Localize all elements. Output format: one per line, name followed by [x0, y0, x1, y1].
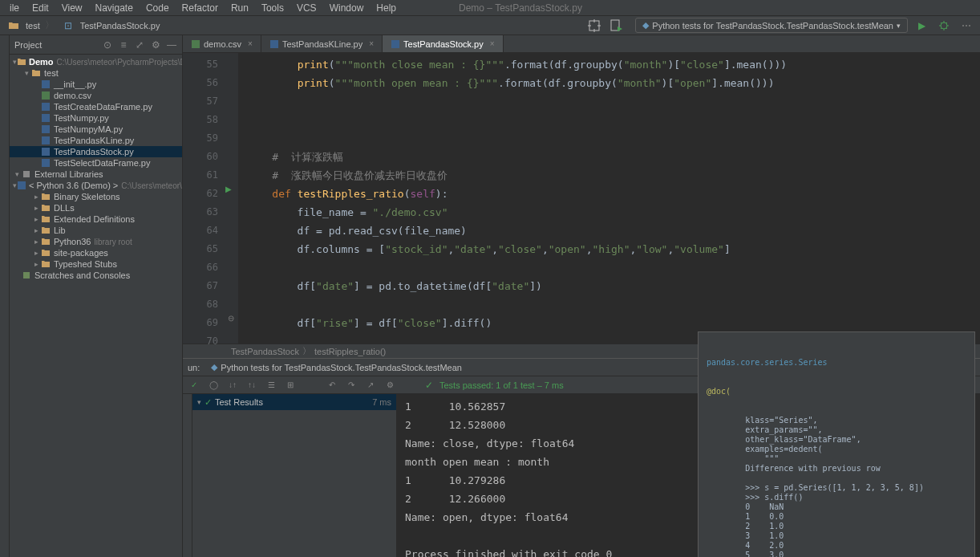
- settings-icon[interactable]: ⚙: [383, 379, 396, 392]
- gear-icon[interactable]: ⚙: [150, 39, 161, 51]
- tree-row[interactable]: TestPandasStock.py: [10, 146, 182, 157]
- tree-row[interactable]: TestPandasKLine.py: [10, 135, 182, 146]
- tree-arrow-icon[interactable]: [32, 226, 40, 234]
- editor-area: demo.csv×TestPandasKLine.py×TestPandasSt…: [183, 35, 980, 557]
- test-results-root[interactable]: ▾ ✓ Test Results 7 ms: [192, 394, 396, 410]
- tree-row[interactable]: test: [10, 67, 182, 79]
- menu-tools[interactable]: Tools: [255, 2, 290, 14]
- export-icon[interactable]: ↗: [364, 379, 377, 392]
- py-icon: [40, 124, 51, 135]
- tree-label: < Python 3.6 (Demo) >: [29, 181, 118, 190]
- tree-row[interactable]: < Python 3.6 (Demo) >C:\Users\meteor\App…: [10, 180, 182, 191]
- tree-arrow-icon[interactable]: [32, 260, 40, 268]
- target-icon[interactable]: [585, 17, 603, 35]
- tree-row[interactable]: demo.csv: [10, 90, 182, 101]
- breadcrumb-class[interactable]: TestPandasStock: [231, 347, 299, 356]
- editor-tab[interactable]: demo.csv×: [183, 35, 261, 52]
- tree-row[interactable]: site-packages: [10, 247, 182, 258]
- menu-edit[interactable]: Edit: [26, 2, 55, 14]
- debug-button[interactable]: [935, 17, 953, 35]
- run-file-icon[interactable]: [608, 17, 626, 35]
- py-icon: [40, 135, 51, 146]
- filter-icon[interactable]: ☰: [265, 379, 277, 392]
- tree-arrow-icon[interactable]: [32, 215, 40, 223]
- doc-decorator: @doc(: [707, 387, 966, 396]
- expand-icon[interactable]: ⤢: [134, 39, 145, 51]
- py-icon: [40, 101, 51, 112]
- tree-row[interactable]: TestNumpy.py: [10, 112, 182, 124]
- tree-arrow-icon[interactable]: [32, 238, 40, 246]
- folder-icon: [40, 236, 51, 247]
- tree-row[interactable]: Binary Skeletons: [10, 191, 182, 202]
- menu-run[interactable]: Run: [225, 2, 255, 14]
- check-icon: ✓: [205, 397, 212, 408]
- tree-arrow-icon[interactable]: [32, 193, 40, 201]
- check-icon[interactable]: ✓: [188, 379, 200, 392]
- menu-file[interactable]: ile: [3, 2, 26, 14]
- fold-gutter-icon[interactable]: ⊖: [228, 314, 234, 323]
- doc-class-link[interactable]: pandas.core.series.Series: [707, 358, 828, 367]
- tree-row[interactable]: TestCreateDataFrame.py: [10, 101, 182, 112]
- close-icon[interactable]: ×: [369, 39, 374, 48]
- marker-gutter[interactable]: ▶⊖: [223, 53, 239, 344]
- locate-icon[interactable]: ⊙: [102, 39, 113, 51]
- documentation-popup[interactable]: pandas.core.series.Series @doc( klass="S…: [698, 331, 975, 557]
- svg-rect-9: [42, 148, 50, 156]
- close-icon[interactable]: ×: [490, 39, 495, 48]
- check-icon: ✓: [425, 380, 433, 391]
- tree-arrow-icon[interactable]: [22, 69, 30, 77]
- tab-label: TestPandasStock.py: [403, 39, 484, 49]
- editor-tab[interactable]: TestPandasStock.py×: [383, 35, 504, 52]
- close-icon[interactable]: ×: [248, 39, 253, 48]
- tree-row[interactable]: DemoC:\Users\meteor\PycharmProjects\Demo: [10, 56, 182, 67]
- more-actions-icon[interactable]: ⋯: [958, 17, 975, 35]
- tree-row[interactable]: TestNumpyMA.py: [10, 124, 182, 135]
- tree-row[interactable]: Typeshed Stubs: [10, 258, 182, 270]
- expand-tree-icon[interactable]: ⊞: [284, 379, 297, 392]
- tree-arrow-icon[interactable]: [13, 170, 21, 178]
- tree-row[interactable]: Lib: [10, 225, 182, 236]
- tree-arrow-icon[interactable]: [32, 249, 40, 257]
- python-icon: ◆: [211, 362, 217, 372]
- run-tab[interactable]: ◆ Python tests for TestPandasStock.TestP…: [205, 362, 468, 372]
- prev-icon[interactable]: ↶: [326, 379, 338, 392]
- next-icon[interactable]: ↷: [345, 379, 358, 392]
- menu-refactor[interactable]: Refactor: [176, 2, 225, 14]
- tree-row[interactable]: __init__.py: [10, 79, 182, 90]
- tree-row[interactable]: DLLs: [10, 202, 182, 213]
- tab-label: TestPandasKLine.py: [282, 39, 362, 49]
- menu-navigate[interactable]: Navigate: [89, 2, 140, 14]
- folder-icon: [5, 17, 22, 35]
- sort-up-icon[interactable]: ↑↓: [245, 379, 258, 392]
- lib-icon: [21, 169, 32, 180]
- collapse-icon[interactable]: ≡: [118, 39, 129, 51]
- crumb-file[interactable]: TestPandasStock.py: [80, 21, 160, 30]
- test-results-tree[interactable]: ▾ ✓ Test Results 7 ms: [192, 394, 397, 557]
- tree-row[interactable]: Python36library root: [10, 236, 182, 247]
- editor-tab[interactable]: TestPandasKLine.py×: [261, 35, 383, 52]
- menu-view[interactable]: View: [55, 2, 89, 14]
- menu-code[interactable]: Code: [140, 2, 176, 14]
- breadcrumb-method[interactable]: testRipples_ratio(): [314, 347, 386, 356]
- menu-window[interactable]: Window: [323, 2, 371, 14]
- tree-row[interactable]: TestSelectDataFrame.py: [10, 157, 182, 169]
- run-button[interactable]: ▶: [913, 17, 930, 35]
- tree-label: Scratches and Consoles: [34, 270, 130, 280]
- menu-vcs[interactable]: VCS: [290, 2, 323, 14]
- menu-help[interactable]: Help: [370, 2, 403, 14]
- tree-row[interactable]: External Libraries: [10, 169, 182, 180]
- svg-rect-7: [42, 125, 50, 133]
- circle-icon[interactable]: ◯: [207, 379, 220, 392]
- crumb-test[interactable]: test: [26, 21, 40, 30]
- tree-label: demo.csv: [54, 91, 91, 100]
- run-configuration-dropdown[interactable]: ◆ Python tests for TestPandasStock.TestP…: [635, 18, 908, 33]
- project-tree[interactable]: DemoC:\Users\meteor\PycharmProjects\Demo…: [10, 55, 182, 557]
- svg-rect-6: [42, 114, 50, 122]
- code-editor[interactable]: print("""month close mean : {}""".format…: [239, 53, 980, 344]
- tree-arrow-icon[interactable]: [32, 204, 40, 212]
- hide-icon[interactable]: —: [166, 39, 177, 51]
- tree-row[interactable]: Scratches and Consoles: [10, 270, 182, 281]
- tree-row[interactable]: Extended Definitions: [10, 213, 182, 225]
- run-gutter-icon[interactable]: ▶: [225, 185, 232, 193]
- sort-down-icon[interactable]: ↓↑: [226, 379, 239, 392]
